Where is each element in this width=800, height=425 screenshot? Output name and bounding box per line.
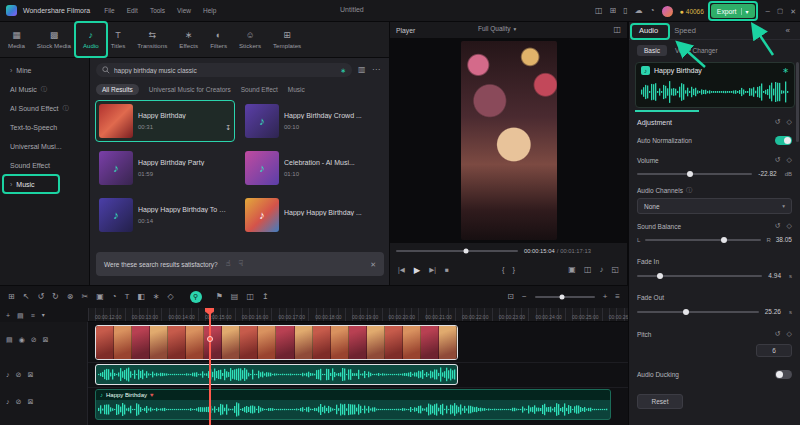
sidebar-item-sound-effect[interactable]: Sound Effect	[0, 156, 89, 175]
sidebar-item-ai-music[interactable]: AI Music ⓘ	[0, 80, 89, 99]
tab-speed[interactable]: Speed	[674, 26, 696, 35]
audio-clip-card[interactable]: ♪ Happy Birthday ∗	[635, 62, 795, 108]
pointer-icon[interactable]: ↖	[23, 293, 30, 301]
subtab-voice-changer[interactable]: Voice Changer	[675, 47, 718, 54]
track-manager-icon[interactable]: ≡	[615, 293, 620, 301]
eye-icon[interactable]: ◉	[19, 336, 25, 343]
audio-channels-dropdown[interactable]: None ▾	[637, 198, 792, 214]
more-icon[interactable]: ⋯	[372, 66, 380, 74]
mark-in-icon[interactable]: {	[502, 266, 505, 274]
split-icon[interactable]: ✂	[82, 293, 89, 301]
volume-value[interactable]: -22.82	[758, 170, 776, 177]
zoom-in-icon[interactable]: +	[603, 293, 608, 301]
volume-icon[interactable]: ♪	[599, 266, 603, 274]
avatar[interactable]	[662, 6, 673, 17]
lock-icon[interactable]: ⊠	[27, 398, 33, 405]
audio-result-card[interactable]: ♪ Happy Happy Birthday ...	[241, 194, 381, 236]
video-clip[interactable]	[95, 325, 458, 360]
subtab-basic[interactable]: Basic	[637, 45, 667, 56]
filter-music[interactable]: Music	[288, 86, 305, 93]
delete-icon[interactable]: ⊗	[67, 293, 74, 301]
scrubber-handle[interactable]	[463, 249, 468, 254]
speed-icon[interactable]: ◔	[112, 293, 117, 301]
audio-ducking-toggle[interactable]	[775, 370, 792, 379]
tab-audio-properties[interactable]: Audio	[639, 26, 658, 35]
tab-stock-media[interactable]: ▩ Stock Media	[31, 22, 77, 57]
tab-stickers[interactable]: ☺ Stickers	[233, 22, 267, 57]
tab-effects[interactable]: ∗ Effects	[173, 22, 204, 57]
fit-timeline-icon[interactable]: ⊡	[507, 293, 514, 301]
fade-in-value[interactable]: 4.94	[768, 272, 781, 279]
zoom-out-icon[interactable]: −	[522, 293, 527, 301]
volume-handle[interactable]	[687, 171, 693, 177]
collapse-tracks-icon[interactable]: ▾	[42, 312, 45, 318]
undo-icon[interactable]: ↺	[37, 293, 44, 301]
menu-edit[interactable]: Edit	[127, 7, 138, 14]
audio-result-card[interactable]: ♪ Happy Birthday Crowd ... 00:10	[241, 100, 381, 142]
fade-out-value[interactable]: 25.26	[765, 308, 781, 315]
audio-result-card[interactable]: ♪ Happy Happy Birthday To You 00:14	[95, 194, 235, 236]
balance-handle[interactable]	[721, 237, 727, 243]
sidebar-item-text-to-speech[interactable]: Text-to-Speech	[0, 118, 89, 137]
reset-volume-icon[interactable]: ↺	[775, 156, 781, 164]
mute-icon[interactable]: ⊘	[31, 336, 37, 343]
tab-filters[interactable]: ◐ Filters	[204, 22, 233, 57]
download-icon[interactable]: ↧	[225, 124, 231, 131]
export-frame-icon[interactable]: ↥	[262, 293, 269, 301]
filter-sound-effect[interactable]: Sound Effect	[241, 86, 278, 93]
snapshot-icon[interactable]: ▣	[568, 266, 576, 274]
audio-track-icon[interactable]: ♪	[6, 371, 10, 378]
playhead-line[interactable]	[209, 308, 211, 425]
volume-keyframe-icon[interactable]: ◇	[787, 156, 792, 164]
track-thumb-icon[interactable]: ▤	[6, 336, 13, 343]
auto-normalization-toggle[interactable]	[775, 136, 792, 145]
panel-scrollbar[interactable]	[796, 62, 799, 142]
menu-help[interactable]: Help	[203, 7, 216, 14]
pitch-keyframe-icon[interactable]: ◇	[787, 330, 792, 338]
collapse-panel-icon[interactable]: «	[786, 27, 790, 35]
maximize-button[interactable]: ▢	[777, 8, 783, 15]
reset-section-icon[interactable]: ↺	[775, 118, 781, 126]
filter-icon[interactable]: ▥	[358, 66, 366, 74]
zoom-handle[interactable]	[559, 295, 564, 300]
redo-icon[interactable]: ↻	[52, 293, 59, 301]
quality-dropdown[interactable]: Full Quality ▾	[478, 25, 516, 32]
audio-track-icon[interactable]: ♪	[6, 398, 10, 405]
cloud-icon[interactable]: ☁	[635, 7, 643, 15]
menu-view[interactable]: View	[177, 7, 191, 14]
playhead-knob[interactable]	[207, 336, 213, 342]
fade-in-handle[interactable]	[657, 273, 663, 279]
close-feedback-icon[interactable]: ✕	[370, 261, 376, 268]
fade-in-slider[interactable]	[637, 275, 762, 277]
audio-result-card[interactable]: ♪ Celebration - AI Musi... 01:10	[241, 147, 381, 189]
ai-enhance-icon[interactable]: ∗	[782, 67, 789, 75]
display-settings-icon[interactable]: ◫	[613, 26, 621, 34]
timeline-zoom-slider[interactable]	[535, 296, 595, 298]
render-icon[interactable]: ◔	[650, 7, 655, 15]
export-button[interactable]: Export ▾	[711, 4, 755, 18]
sidebar-item-music[interactable]: › Music	[0, 175, 89, 194]
preview-scrubber[interactable]	[396, 250, 518, 252]
apps-icon[interactable]: ⊞	[610, 7, 617, 15]
tab-media[interactable]: ▦ Media	[2, 22, 31, 57]
text-tool-icon[interactable]: T	[125, 293, 130, 301]
previous-frame-button[interactable]: |◀	[398, 267, 405, 274]
mixer-icon[interactable]: ◫	[246, 293, 254, 301]
reset-pitch-icon[interactable]: ↺	[775, 330, 781, 338]
balance-slider[interactable]	[645, 239, 761, 241]
tab-audio[interactable]: ♪ Audio	[77, 22, 105, 57]
stop-button[interactable]: ■	[445, 267, 449, 274]
lock-icon[interactable]: ⊠	[27, 371, 33, 378]
sidebar-item-universal-music[interactable]: Universal Musi...	[0, 137, 89, 156]
menu-tools[interactable]: Tools	[150, 7, 165, 14]
ai-sparkle-icon[interactable]: ∗	[340, 67, 346, 74]
filter-all-results[interactable]: All Results	[96, 84, 139, 95]
screen-record-icon[interactable]: ▤	[231, 293, 239, 301]
sidebar-item-mine[interactable]: › Mine	[0, 61, 89, 80]
volume-slider[interactable]	[637, 173, 752, 175]
crop-icon[interactable]: ▣	[96, 293, 104, 301]
fullscreen-icon[interactable]: ◱	[611, 266, 619, 274]
thumbs-down-icon[interactable]: ☟	[239, 260, 244, 268]
audio-clip-2[interactable]: ♪ Happy Birthday ♥	[95, 389, 611, 420]
balance-value[interactable]: 38.05	[776, 236, 792, 243]
